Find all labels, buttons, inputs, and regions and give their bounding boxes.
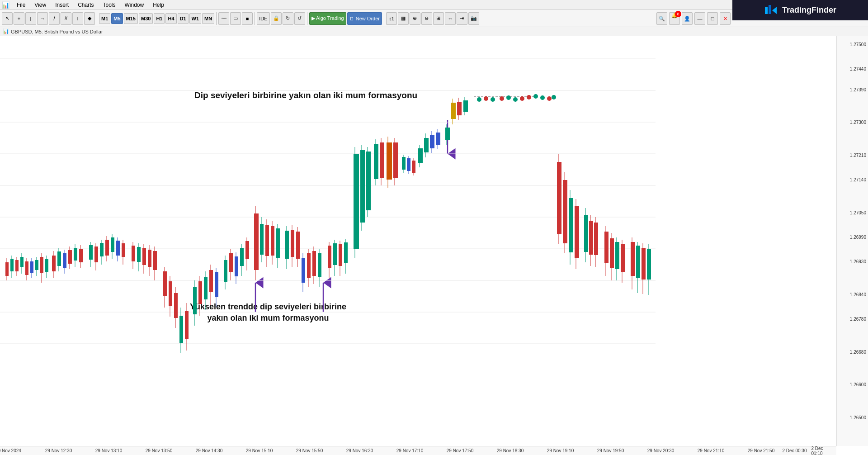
svg-rect-73 (163, 271, 167, 296)
chart-type-line[interactable]: 〰 (218, 12, 229, 25)
svg-rect-39 (57, 251, 61, 266)
svg-rect-59 (116, 241, 120, 256)
chart-type-bar[interactable]: ▭ (230, 12, 241, 25)
svg-rect-71 (153, 251, 157, 270)
minimize-btn[interactable]: — (694, 12, 705, 25)
tf-mn[interactable]: MN (202, 13, 214, 24)
chart-info-label: GBPUSD, M5: British Pound vs US Dollar (11, 29, 103, 34)
chart-container[interactable]: 📊 GBPUSD, M5: British Pound vs US Dollar… (0, 27, 868, 455)
svg-marker-2 (772, 7, 777, 14)
svg-rect-37 (52, 256, 56, 271)
price-label: 1.27390 (850, 87, 866, 92)
svg-rect-137 (360, 150, 365, 223)
svg-rect-27 (25, 261, 28, 275)
zoom-in-btn[interactable]: ⊕ (410, 12, 420, 25)
new-order-btn[interactable]: 🗒 New Order (347, 12, 382, 25)
svg-rect-101 (245, 241, 249, 259)
svg-rect-89 (209, 270, 213, 292)
svg-rect-33 (40, 257, 43, 273)
plus-tool-btn[interactable]: + (14, 12, 24, 25)
menu-file[interactable]: File (15, 1, 27, 9)
ide-btn[interactable]: IDE (257, 12, 269, 25)
app-icon: 📊 (2, 1, 9, 9)
tf-w1[interactable]: W1 (189, 13, 202, 24)
chart-type-candle[interactable]: ■ (242, 12, 253, 25)
svg-rect-141 (374, 144, 378, 179)
time-label: 29 Nov 12:30 (45, 448, 72, 453)
refresh-btn[interactable]: ↻ (283, 12, 293, 25)
menu-window[interactable]: Window (123, 1, 146, 9)
lock-btn[interactable]: 🔒 (271, 12, 282, 25)
tf-m30[interactable]: M30 (139, 13, 153, 24)
svg-rect-99 (240, 248, 244, 266)
svg-rect-188 (569, 198, 573, 252)
price-label: 1.27500 (850, 42, 866, 47)
svg-rect-169 (463, 100, 468, 112)
properties-btn[interactable]: ⊞ (433, 12, 444, 25)
algo-trading-btn[interactable]: ▶ Algo Trading (309, 12, 346, 25)
scroll-end-btn[interactable]: ⇥ (457, 12, 467, 25)
text-btn[interactable]: T (72, 12, 83, 25)
svg-point-182 (552, 95, 556, 100)
trendline-btn[interactable]: / (49, 12, 60, 25)
svg-rect-135 (354, 154, 359, 249)
menu-insert[interactable]: Insert (53, 1, 71, 9)
tf-h1[interactable]: H1 (154, 13, 165, 24)
svg-rect-111 (276, 228, 280, 258)
notification-count: 8 (675, 11, 681, 17)
channel-btn[interactable]: // (61, 12, 71, 25)
price-label: 1.26990 (850, 234, 866, 239)
arrow-right-btn[interactable]: → (37, 12, 48, 25)
close-btn[interactable]: ✕ (720, 12, 731, 25)
price-label: 1.27440 (850, 66, 866, 71)
svg-point-178 (527, 95, 531, 100)
svg-point-180 (540, 95, 545, 100)
svg-point-181 (547, 96, 552, 101)
tf-m15[interactable]: M15 (124, 13, 138, 24)
zoom-out-btn[interactable]: ⊖ (421, 12, 432, 25)
svg-rect-186 (563, 180, 567, 243)
profile-btn[interactable]: 👤 (682, 12, 693, 25)
vertical-line-btn[interactable]: | (25, 12, 36, 25)
svg-rect-196 (594, 223, 598, 255)
svg-rect-105 (260, 224, 264, 255)
right-toolbar: 🔍 🔔 8 👤 — □ ✕ (655, 10, 732, 27)
screenshot-btn[interactable]: 📷 (468, 12, 479, 25)
svg-rect-190 (575, 206, 579, 258)
grid-btn[interactable]: ▦ (398, 12, 409, 25)
svg-rect-155 (418, 148, 423, 163)
menu-charts[interactable]: Charts (76, 1, 95, 9)
tf-d1[interactable]: D1 (178, 13, 189, 24)
svg-rect-19 (5, 262, 9, 276)
menu-tools[interactable]: Tools (101, 1, 118, 9)
logo-area: TradingFinder (732, 0, 868, 20)
rotate-btn[interactable]: ↺ (294, 12, 305, 25)
cursor-tool-btn[interactable]: ↖ (2, 12, 13, 25)
svg-rect-202 (615, 242, 619, 269)
price-axis: 1.275001.274401.273901.273001.272101.271… (836, 36, 868, 446)
chart-info-bar: 📊 GBPUSD, M5: British Pound vs US Dollar (0, 27, 868, 36)
svg-rect-210 (642, 248, 646, 280)
svg-rect-133 (344, 242, 348, 263)
shape-btn[interactable]: ◆ (84, 12, 95, 25)
svg-rect-97 (235, 256, 238, 276)
menu-view[interactable]: View (33, 1, 48, 9)
search-btn[interactable]: 🔍 (656, 12, 667, 25)
tf-h4[interactable]: H4 (165, 13, 176, 24)
tf-m5[interactable]: M5 (111, 13, 123, 24)
svg-rect-47 (79, 249, 83, 262)
svg-rect-41 (63, 253, 66, 268)
notification-btn[interactable]: 🔔 8 (669, 12, 680, 25)
time-axis: 29 Nov 202429 Nov 12:3029 Nov 13:1029 No… (0, 446, 836, 455)
autoscroll-btn[interactable]: ↔ (445, 12, 456, 25)
menu-help[interactable]: Help (151, 1, 166, 9)
sep2 (216, 12, 217, 25)
svg-rect-107 (265, 225, 269, 256)
maximize-btn[interactable]: □ (707, 12, 718, 25)
chart-canvas[interactable]: Dip seviyeleri birbirine yakın olan iki … (0, 36, 836, 446)
svg-rect-83 (193, 287, 197, 314)
depth-btn[interactable]: ↕1 (386, 12, 397, 25)
tf-m1[interactable]: M1 (99, 13, 110, 24)
svg-point-179 (533, 94, 538, 99)
sep3 (255, 12, 255, 25)
